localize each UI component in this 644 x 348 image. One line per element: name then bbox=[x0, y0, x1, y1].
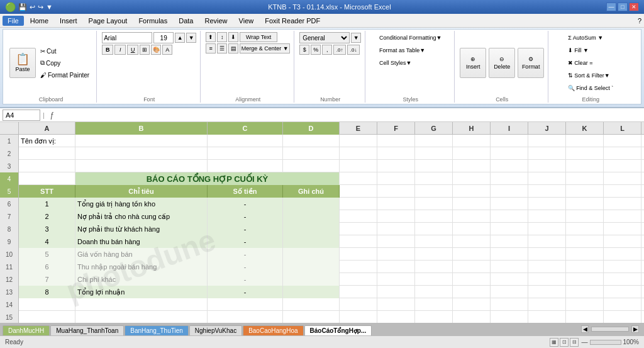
grid-cell[interactable]: - bbox=[208, 286, 283, 298]
grid-cell-empty[interactable] bbox=[566, 135, 604, 147]
sheet-tab-mua-hang[interactable]: MuaHang_ThanhToan bbox=[50, 325, 124, 335]
grid-cell-empty[interactable] bbox=[415, 198, 453, 210]
grid-cell-empty[interactable] bbox=[604, 172, 641, 185]
cell-styles-button[interactable]: Cell Styles▼ bbox=[376, 57, 414, 69]
grid-cell-empty[interactable] bbox=[340, 172, 377, 185]
grid-cell-empty[interactable] bbox=[491, 185, 528, 198]
grid-cell-empty[interactable] bbox=[491, 160, 528, 172]
grid-cell[interactable]: Tổng giá trị hàng tồn kho bbox=[75, 198, 208, 210]
grid-cell[interactable]: - bbox=[208, 210, 283, 223]
col-header-I[interactable]: I bbox=[491, 122, 528, 135]
grid-cell-empty[interactable] bbox=[340, 286, 377, 298]
grid-cell[interactable] bbox=[283, 135, 340, 147]
grid-cell-empty[interactable] bbox=[566, 147, 604, 160]
grid-cell[interactable] bbox=[75, 311, 208, 323]
grid-cell-empty[interactable] bbox=[604, 147, 641, 160]
grid-cell-empty[interactable] bbox=[528, 298, 566, 311]
grid-cell-empty[interactable] bbox=[377, 198, 415, 210]
grid-cell-empty[interactable] bbox=[491, 261, 528, 273]
grid-cell-empty[interactable] bbox=[453, 172, 491, 185]
copy-button[interactable]: ⧉ Copy bbox=[37, 57, 92, 69]
insert-button[interactable]: ⊕ Insert bbox=[460, 48, 486, 78]
grid-cell-empty[interactable] bbox=[604, 286, 641, 298]
grid-cell[interactable]: Tên đơn vị: bbox=[19, 135, 75, 147]
grid-cell-empty[interactable] bbox=[415, 223, 453, 235]
cut-button[interactable]: ✂ Cut bbox=[37, 45, 92, 57]
grid-cell-empty[interactable] bbox=[340, 135, 377, 147]
align-top-button[interactable]: ⬆ bbox=[206, 32, 216, 42]
grid-cell-empty[interactable] bbox=[604, 261, 641, 273]
delete-button[interactable]: ⊖ Delete bbox=[489, 48, 515, 78]
format-table-button[interactable]: Format as Table▼ bbox=[376, 45, 428, 56]
paste-button[interactable]: 📋 Paste bbox=[9, 48, 36, 78]
grid-cell-empty[interactable] bbox=[491, 210, 528, 223]
grid-cell-empty[interactable] bbox=[566, 160, 604, 172]
grid-cell-empty[interactable] bbox=[566, 172, 604, 185]
grid-cell-empty[interactable] bbox=[453, 147, 491, 160]
comma-button[interactable]: , bbox=[322, 45, 332, 55]
grid-cell-empty[interactable] bbox=[491, 298, 528, 311]
number-format-select[interactable]: General bbox=[299, 32, 350, 43]
grid-cell[interactable] bbox=[75, 160, 208, 172]
col-header-K[interactable]: K bbox=[566, 122, 604, 135]
grid-cell[interactable]: 7 bbox=[19, 273, 75, 286]
grid-cell-empty[interactable] bbox=[377, 210, 415, 223]
grid-cell-empty[interactable] bbox=[491, 235, 528, 248]
menu-page-layout[interactable]: Page Layout bbox=[84, 16, 133, 26]
grid-cell-empty[interactable] bbox=[453, 185, 491, 198]
grid-cell-empty[interactable] bbox=[453, 210, 491, 223]
grid-cell[interactable] bbox=[208, 311, 283, 323]
currency-button[interactable]: $ bbox=[299, 45, 309, 55]
grid-cell-empty[interactable] bbox=[528, 147, 566, 160]
grid-cell[interactable]: Tổng lợi nhuận bbox=[75, 286, 208, 298]
grid-cell[interactable]: - bbox=[208, 273, 283, 286]
grid-cell-empty[interactable] bbox=[453, 273, 491, 286]
menu-formulas[interactable]: Formulas bbox=[133, 16, 172, 26]
border-button[interactable]: ⊞ bbox=[140, 45, 150, 55]
grid-cell-empty[interactable] bbox=[415, 160, 453, 172]
grid-cell[interactable]: Chỉ tiêu bbox=[75, 185, 208, 198]
col-header-H[interactable]: H bbox=[453, 122, 491, 135]
grid-cell[interactable]: - bbox=[208, 248, 283, 261]
grid-cell-empty[interactable] bbox=[415, 311, 453, 323]
sheet-tab-bao-cao-hang-hoa[interactable]: BaoCaoHangHoa bbox=[243, 325, 303, 335]
align-middle-button[interactable]: ↕ bbox=[217, 32, 227, 42]
grid-cell-empty[interactable] bbox=[566, 273, 604, 286]
grid-cell-empty[interactable] bbox=[604, 298, 641, 311]
grid-cell[interactable] bbox=[283, 160, 340, 172]
grid-cell-empty[interactable] bbox=[528, 286, 566, 298]
close-button[interactable]: ✕ bbox=[629, 3, 639, 11]
font-name-input[interactable] bbox=[102, 32, 152, 43]
normal-view-button[interactable]: ▦ bbox=[550, 338, 558, 347]
grid-cell[interactable] bbox=[19, 160, 75, 172]
grid-cell-empty[interactable] bbox=[340, 223, 377, 235]
format-painter-button[interactable]: 🖌 Format Painter bbox=[37, 69, 92, 81]
grid-cell-empty[interactable] bbox=[377, 223, 415, 235]
grid-cell-empty[interactable] bbox=[491, 172, 528, 185]
font-size-increase-button[interactable]: ▲ bbox=[175, 33, 185, 43]
grid-cell[interactable]: 4 bbox=[19, 235, 75, 248]
grid-cell-empty[interactable] bbox=[415, 135, 453, 147]
grid-cell-empty[interactable] bbox=[566, 210, 604, 223]
menu-insert[interactable]: Insert bbox=[55, 16, 82, 26]
grid-cell-empty[interactable] bbox=[377, 273, 415, 286]
grid-cell[interactable]: - bbox=[208, 223, 283, 235]
col-header-G[interactable]: G bbox=[415, 122, 453, 135]
maximize-button[interactable]: □ bbox=[618, 3, 628, 11]
grid-cell-empty[interactable] bbox=[566, 298, 604, 311]
grid-cell[interactable] bbox=[283, 261, 340, 273]
grid-cell-empty[interactable] bbox=[453, 248, 491, 261]
grid-cell[interactable] bbox=[283, 286, 340, 298]
grid-cell-empty[interactable] bbox=[453, 311, 491, 323]
font-color-button[interactable]: A bbox=[162, 45, 172, 55]
menu-data[interactable]: Data bbox=[174, 16, 198, 26]
align-right-button[interactable]: ▤ bbox=[228, 43, 238, 53]
grid-cell-empty[interactable] bbox=[377, 160, 415, 172]
grid-cell[interactable]: Nợ phải thu từ khách hàng bbox=[75, 223, 208, 235]
grid-cell-empty[interactable] bbox=[528, 248, 566, 261]
grid-cell-empty[interactable] bbox=[377, 135, 415, 147]
menu-view[interactable]: View bbox=[234, 16, 259, 26]
grid-cell-empty[interactable] bbox=[528, 261, 566, 273]
grid-cell-empty[interactable] bbox=[566, 261, 604, 273]
grid-cell-empty[interactable] bbox=[453, 198, 491, 210]
